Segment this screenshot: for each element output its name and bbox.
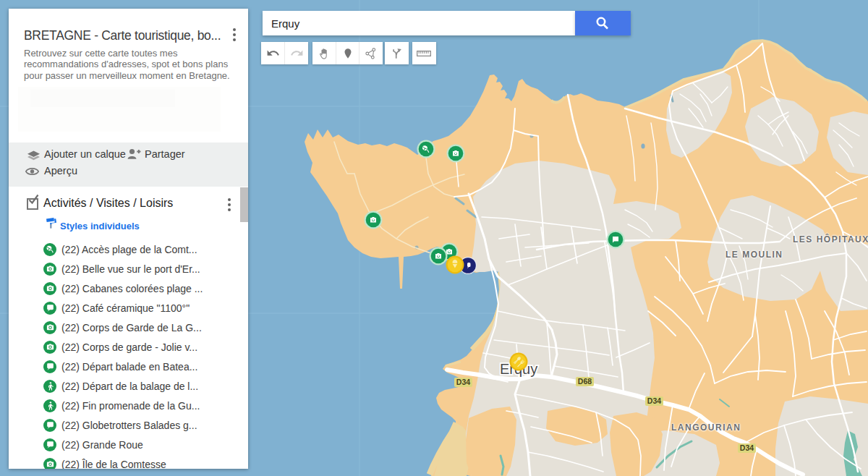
svg-text:D34: D34	[647, 396, 661, 405]
svg-text:D68: D68	[578, 377, 592, 386]
svg-text:D34: D34	[740, 443, 754, 452]
svg-text:D34: D34	[456, 378, 470, 386]
